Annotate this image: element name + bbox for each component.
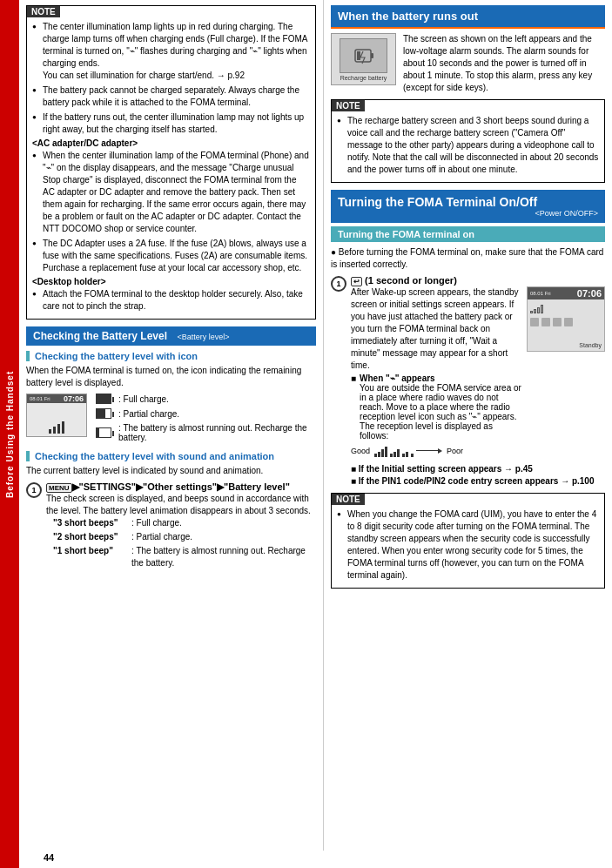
battery-list: : Full charge. : Partial charge. : The b…	[96, 394, 316, 442]
menu-key-icon: MENU	[46, 483, 72, 493]
step-1-content: MENU▶"SETTINGS"▶"Other settings"▶"Batter…	[46, 481, 316, 571]
sidebar-tab: Before Using the Handset	[0, 0, 19, 868]
turning-note-header: NOTE	[332, 494, 365, 505]
turning-sub: <Power ON/OFF>	[338, 209, 598, 218]
note-box-1-header: NOTE	[27, 6, 60, 17]
standby-label: Standby	[579, 342, 602, 348]
battery-runs-out-body: The screen as shown on the left appears …	[403, 33, 605, 94]
battery-runs-out-title: When the battery runs out	[338, 10, 478, 23]
recharge-label: Recharge battery	[340, 75, 387, 81]
note-item-2: The battery pack cannot be charged separ…	[32, 84, 310, 109]
phone-time: 07:06	[64, 394, 84, 403]
note-box-1-content: The center illumination lamp lights up i…	[27, 17, 315, 319]
ac-adapter-items: When the center illumination lamp of the…	[32, 150, 310, 274]
rec-icon-3	[390, 445, 400, 457]
battery-item-partial: : Partial charge.	[96, 408, 316, 419]
turning-on-header: Turning the FOMA terminal on	[331, 226, 605, 242]
note-item-3: If the battery runs out, the center illu…	[32, 111, 310, 136]
pin-code-note: ■ If the PIN1 code/PIN2 code entry scree…	[351, 476, 605, 486]
standby-date: 08.01 Fri	[530, 291, 551, 296]
step-1-title: MENU▶"SETTINGS"▶"Other settings"▶"Batter…	[46, 481, 316, 493]
standby-icons-row	[530, 305, 602, 313]
note-item-1: The center illumination lamp lights up i…	[32, 21, 310, 82]
battery-runs-out-note-content: The recharge battery screen and 3 short …	[332, 111, 604, 182]
initial-setting-note: ■ If the Initial setting screen appears …	[351, 464, 605, 474]
turning-step-1-content: ↩ (1 second or longer) After Wake-up scr…	[351, 275, 605, 488]
turning-note-content: When you change the FOMA card (UIM), you…	[332, 505, 604, 588]
beep-item-1: "3 short beeps": Full charge.	[53, 517, 316, 529]
good-label: Good	[351, 447, 370, 455]
ac-item-2: The DC Adapter uses a 2A fuse. If the fu…	[32, 238, 310, 274]
when-appears-section: When "⌁" appears You are outside the FOM…	[351, 373, 521, 441]
ac-item-1: When the center illumination lamp of the…	[32, 150, 310, 235]
step-with-phone: After Wake-up screen appears, the standb…	[351, 286, 605, 461]
turning-note-item-1: When you change the FOMA card (UIM), you…	[337, 508, 599, 582]
note-box-1: NOTE The center illumination lamp lights…	[26, 5, 316, 320]
battery-runs-out-note: NOTE The recharge battery screen and 3 s…	[331, 99, 605, 183]
recharge-screen	[340, 38, 387, 73]
battery-item-low: : The battery is almost running out. Rec…	[96, 423, 316, 442]
rec-icon-2	[402, 445, 408, 457]
icon-1	[530, 318, 539, 326]
poor-label: Poor	[447, 447, 463, 455]
standby-phone-container: 08.01 Fri 07:06	[527, 286, 605, 461]
battery-runs-out-header: When the battery runs out	[331, 5, 605, 29]
turning-note-list: When you change the FOMA card (UIM), you…	[337, 508, 599, 582]
no-signal-icon	[530, 305, 543, 313]
battery-icon-low	[96, 427, 111, 438]
svg-rect-2	[357, 51, 360, 60]
step-1-body: The check screen is displayed, and beeps…	[46, 493, 316, 569]
desktop-item-1: Attach the FOMA terminal to the desktop …	[32, 288, 310, 313]
step-text-area: After Wake-up screen appears, the standb…	[351, 286, 521, 461]
right-column: When the battery runs out Recharge	[324, 0, 612, 851]
beep-item-2: "2 short beeps": Partial charge.	[53, 531, 316, 543]
beep-list: "3 short beeps": Full charge. "2 short b…	[53, 517, 316, 569]
phone-display: 08.01 Fri 07:06	[26, 394, 87, 437]
desktop-holder-heading: <Desktop holder>	[32, 277, 310, 286]
battery-item-full: : Full charge.	[96, 394, 316, 404]
svg-rect-1	[371, 53, 373, 58]
battery-level-header: Checking the Battery Level <Battery leve…	[26, 326, 316, 346]
reception-row: Good	[351, 445, 521, 457]
arrow-icon	[416, 448, 442, 454]
step-1-circle: 1	[26, 482, 42, 498]
battery-items-list: : Full charge. : Partial charge. : The b…	[96, 394, 316, 447]
when-appears-body: When "⌁" appears You are outside the FOM…	[360, 373, 521, 441]
turning-step-1-title: ↩ (1 second or longer)	[351, 275, 605, 286]
phone-display-header: 08.01 Fri 07:06	[27, 394, 86, 403]
icon-4	[564, 318, 573, 326]
left-column: NOTE The center illumination lamp lights…	[19, 0, 324, 851]
with-icon-header: Checking the battery level with icon	[26, 351, 316, 361]
rec-icon-4	[374, 445, 387, 457]
step-1: 1 MENU▶"SETTINGS"▶"Other settings"▶"Batt…	[26, 481, 316, 571]
battery-runs-out-content: Recharge battery The screen as shown on …	[331, 33, 605, 94]
note-items: The center illumination lamp lights up i…	[32, 21, 310, 136]
standby-time: 07:06	[577, 288, 602, 299]
battery-runs-out-note-header: NOTE	[332, 100, 365, 111]
battery-level-sub: <Battery level>	[177, 333, 229, 341]
with-icon-body: When the FOMA terminal is turned on, the…	[26, 365, 316, 389]
beep-item-3: "1 short beep": The battery is almost ru…	[53, 545, 316, 569]
icon-2	[541, 318, 550, 326]
bottom-icons	[530, 318, 602, 326]
battery-runs-out-note-list: The recharge battery screen and 3 short …	[337, 115, 599, 176]
battery-level-title: Checking the Battery Level	[33, 330, 167, 342]
turning-on-intro: ● Before turning the FOMA terminal on, m…	[331, 246, 605, 271]
turning-title: Turning the FOMA Terminal On/Off	[338, 195, 598, 209]
turning-step-1-circle: 1	[331, 276, 346, 292]
recharge-image: Recharge battery	[331, 33, 396, 85]
footer: 44	[19, 851, 612, 868]
page-number: 44	[44, 852, 54, 863]
with-sound-body: The current battery level is indicated b…	[26, 465, 316, 477]
phone-date: 08.01 Fri	[30, 396, 50, 401]
turning-header: Turning the FOMA Terminal On/Off <Power …	[331, 190, 605, 223]
with-sound-header: Checking the battery level with sound an…	[26, 451, 316, 461]
standby-body	[528, 299, 604, 329]
ac-adapter-heading: <AC adapter/DC adapter>	[32, 138, 310, 148]
recharge-icon	[351, 43, 377, 69]
turning-step-1: 1 ↩ (1 second or longer) After Wake-up s…	[331, 275, 605, 488]
reception-icons	[374, 445, 442, 457]
battery-icons-row: 08.01 Fri 07:06	[26, 394, 316, 447]
battery-icon-full	[96, 394, 111, 404]
rec-icon-1	[411, 445, 414, 457]
